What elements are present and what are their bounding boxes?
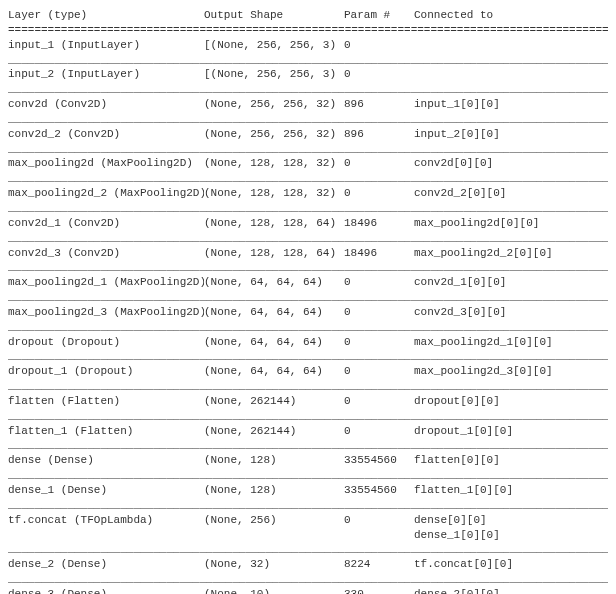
cell-connected: dense[0][0] [414, 513, 608, 528]
cell-shape: (None, 256, 256, 32) [204, 97, 344, 112]
row-separator [8, 171, 608, 186]
cell-layer: dropout_1 (Dropout) [8, 364, 204, 379]
cell-param: 0 [344, 335, 414, 350]
table-row: dropout (Dropout)(None, 64, 64, 64)0max_… [8, 335, 608, 350]
cell-connected: max_pooling2d_2[0][0] [414, 246, 608, 261]
cell-connected: input_2[0][0] [414, 127, 608, 142]
cell-param: 0 [344, 394, 414, 409]
cell-param: 33554560 [344, 453, 414, 468]
cell-layer: conv2d_3 (Conv2D) [8, 246, 204, 261]
table-row: max_pooling2d_2 (MaxPooling2D)(None, 128… [8, 186, 608, 201]
row-separator [8, 142, 608, 157]
cell-connected: conv2d_3[0][0] [414, 305, 608, 320]
cell-shape: (None, 256, 256, 32) [204, 127, 344, 142]
cell-connected: flatten_1[0][0] [414, 483, 608, 498]
table-row: dropout_1 (Dropout)(None, 64, 64, 64)0ma… [8, 364, 608, 379]
cell-connected: tf.concat[0][0] [414, 557, 608, 572]
row-separator [8, 290, 608, 305]
cell-param: 18496 [344, 246, 414, 261]
cell-connected: dense_2[0][0] [414, 587, 608, 594]
cell-layer: max_pooling2d_1 (MaxPooling2D) [8, 275, 204, 290]
cell-param: 8224 [344, 557, 414, 572]
cell-layer: conv2d (Conv2D) [8, 97, 204, 112]
table-row: dense_3 (Dense)(None, 10)330dense_2[0][0… [8, 587, 608, 594]
row-separator [8, 409, 608, 424]
cell-shape: (None, 256) [204, 513, 344, 528]
cell-layer: max_pooling2d_3 (MaxPooling2D) [8, 305, 204, 320]
cell-layer: max_pooling2d_2 (MaxPooling2D) [8, 186, 204, 201]
row-separator [8, 349, 608, 364]
row-separator [8, 201, 608, 216]
cell-layer: dense_2 (Dense) [8, 557, 204, 572]
cell-layer: input_1 (InputLayer) [8, 38, 204, 53]
table-row: flatten (Flatten)(None, 262144)0dropout[… [8, 394, 608, 409]
cell-shape: (None, 64, 64, 64) [204, 275, 344, 290]
cell-layer: max_pooling2d (MaxPooling2D) [8, 156, 204, 171]
table-row: flatten_1 (Flatten)(None, 262144)0dropou… [8, 424, 608, 439]
table-row: max_pooling2d_1 (MaxPooling2D)(None, 64,… [8, 275, 608, 290]
cell-param: 896 [344, 97, 414, 112]
row-separator [8, 320, 608, 335]
model-summary: Layer (type) Output Shape Param # Connec… [8, 8, 608, 594]
table-row: dense_1 (Dense)(None, 128)33554560flatte… [8, 483, 608, 498]
cell-connected: max_pooling2d_3[0][0] [414, 364, 608, 379]
cell-shape: (None, 64, 64, 64) [204, 335, 344, 350]
row-separator [8, 542, 608, 557]
cell-param: 0 [344, 186, 414, 201]
cell-connected: conv2d[0][0] [414, 156, 608, 171]
cell-param: 33554560 [344, 483, 414, 498]
cell-shape: (None, 64, 64, 64) [204, 305, 344, 320]
cell-param: 0 [344, 424, 414, 439]
row-separator [8, 379, 608, 394]
row-separator [8, 468, 608, 483]
table-row: conv2d_2 (Conv2D)(None, 256, 256, 32)896… [8, 127, 608, 142]
row-separator [8, 438, 608, 453]
cell-connected: dropout[0][0] [414, 394, 608, 409]
cell-layer: conv2d_2 (Conv2D) [8, 127, 204, 142]
cell-layer: dense_1 (Dense) [8, 483, 204, 498]
table-row: conv2d_3 (Conv2D)(None, 128, 128, 64)184… [8, 246, 608, 261]
table-row: dense_2 (Dense)(None, 32)8224tf.concat[0… [8, 557, 608, 572]
cell-layer: input_2 (InputLayer) [8, 67, 204, 82]
cell-connected: max_pooling2d[0][0] [414, 216, 608, 231]
col-layer-header: Layer (type) [8, 8, 204, 23]
cell-layer: flatten (Flatten) [8, 394, 204, 409]
cell-shape: (None, 128, 128, 32) [204, 186, 344, 201]
table-row: input_2 (InputLayer)[(None, 256, 256, 3)… [8, 67, 608, 82]
cell-shape: (None, 128, 128, 64) [204, 246, 344, 261]
cell-layer: dense (Dense) [8, 453, 204, 468]
cell-layer: conv2d_1 (Conv2D) [8, 216, 204, 231]
table-row: max_pooling2d_3 (MaxPooling2D)(None, 64,… [8, 305, 608, 320]
row-separator [8, 82, 608, 97]
cell-param: 0 [344, 275, 414, 290]
cell-shape: (None, 10) [204, 587, 344, 594]
col-param-header: Param # [344, 8, 414, 23]
cell-layer: dropout (Dropout) [8, 335, 204, 350]
cell-layer: dense_3 (Dense) [8, 587, 204, 594]
cell-shape: (None, 64, 64, 64) [204, 364, 344, 379]
cell-param: 0 [344, 364, 414, 379]
cell-connected: input_1[0][0] [414, 97, 608, 112]
table-row: dense_1[0][0] [8, 528, 608, 543]
cell-param: 0 [344, 67, 414, 82]
col-shape-header: Output Shape [204, 8, 344, 23]
row-separator [8, 53, 608, 68]
cell-shape: (None, 128, 128, 64) [204, 216, 344, 231]
cell-param: 18496 [344, 216, 414, 231]
table-row: max_pooling2d (MaxPooling2D)(None, 128, … [8, 156, 608, 171]
cell-connected: conv2d_2[0][0] [414, 186, 608, 201]
cell-shape: (None, 32) [204, 557, 344, 572]
cell-connected: conv2d_1[0][0] [414, 275, 608, 290]
cell-layer: flatten_1 (Flatten) [8, 424, 204, 439]
cell-param: 0 [344, 38, 414, 53]
cell-param: 0 [344, 156, 414, 171]
row-separator [8, 572, 608, 587]
cell-layer: tf.concat (TFOpLambda) [8, 513, 204, 528]
table-row: conv2d_1 (Conv2D)(None, 128, 128, 64)184… [8, 216, 608, 231]
table-row: tf.concat (TFOpLambda)(None, 256)0dense[… [8, 513, 608, 528]
row-separator [8, 112, 608, 127]
col-connected-header: Connected to [414, 8, 608, 23]
cell-param: 0 [344, 305, 414, 320]
cell-param: 330 [344, 587, 414, 594]
table-row: input_1 (InputLayer)[(None, 256, 256, 3)… [8, 38, 608, 53]
